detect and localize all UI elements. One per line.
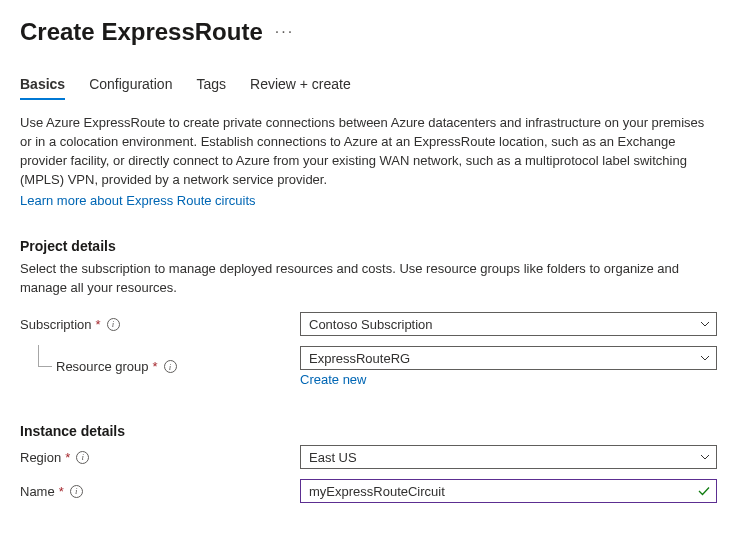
description-text: Use Azure ExpressRoute to create private…	[20, 114, 717, 189]
tabs: Basics Configuration Tags Review + creat…	[20, 76, 717, 100]
learn-more-link[interactable]: Learn more about Express Route circuits	[20, 193, 256, 208]
more-icon[interactable]: ···	[275, 23, 294, 41]
required-icon: *	[65, 450, 70, 465]
subscription-label: Subscription	[20, 317, 92, 332]
tab-configuration[interactable]: Configuration	[89, 76, 172, 100]
info-icon[interactable]: i	[76, 451, 89, 464]
name-label: Name	[20, 484, 55, 499]
project-details-title: Project details	[20, 238, 717, 254]
instance-details-title: Instance details	[20, 423, 717, 439]
name-input[interactable]	[300, 479, 717, 503]
tab-review-create[interactable]: Review + create	[250, 76, 351, 100]
project-details-sub: Select the subscription to manage deploy…	[20, 260, 717, 298]
info-icon[interactable]: i	[70, 485, 83, 498]
resource-group-label: Resource group	[56, 359, 149, 374]
region-label: Region	[20, 450, 61, 465]
info-icon[interactable]: i	[164, 360, 177, 373]
region-value: East US	[309, 450, 357, 465]
required-icon: *	[153, 359, 158, 374]
create-new-link[interactable]: Create new	[300, 372, 366, 387]
region-select[interactable]: East US	[300, 445, 717, 469]
resource-group-value: ExpressRouteRG	[309, 351, 410, 366]
resource-group-select[interactable]: ExpressRouteRG	[300, 346, 717, 370]
subscription-select[interactable]: Contoso Subscription	[300, 312, 717, 336]
page-title: Create ExpressRoute	[20, 18, 263, 46]
subscription-value: Contoso Subscription	[309, 317, 433, 332]
check-icon	[697, 484, 711, 498]
tab-tags[interactable]: Tags	[196, 76, 226, 100]
required-icon: *	[59, 484, 64, 499]
tab-basics[interactable]: Basics	[20, 76, 65, 100]
required-icon: *	[96, 317, 101, 332]
tree-line-icon	[38, 345, 52, 367]
info-icon[interactable]: i	[107, 318, 120, 331]
